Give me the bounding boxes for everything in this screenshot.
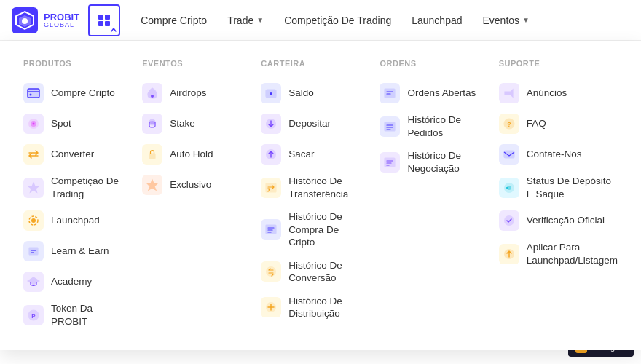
menu-item-4-0[interactable]: Anúncios — [499, 78, 618, 108]
menu-item-label-2-4: Histórico De Compra De Cripto — [288, 210, 362, 249]
menu-item-3-0[interactable]: Ordens Abertas — [380, 78, 481, 108]
menu-item-0-5[interactable]: Learn & Earn — [23, 236, 125, 266]
menu-item-label-1-1: Stake — [170, 117, 195, 130]
menu-item-label-0-5: Learn & Earn — [51, 245, 109, 258]
menu-item-0-1[interactable]: Spot — [23, 108, 125, 139]
menu-item-icon-1-0 — [142, 83, 162, 103]
menu-item-icon-3-2 — [380, 152, 400, 173]
menu-column-title-0: Produtos — [23, 59, 125, 68]
menu-item-label-0-2: Converter — [51, 148, 94, 161]
menu-item-label-4-4: Verificação Oficial — [527, 214, 605, 227]
menu-item-2-4[interactable]: Histórico De Compra De Cripto — [261, 205, 362, 254]
svg-text:P: P — [31, 313, 36, 320]
nav-competicao[interactable]: Competição De Trading — [275, 9, 400, 32]
menu-item-0-7[interactable]: PToken Da PROBIT — [23, 297, 125, 333]
menu-item-icon-0-6 — [23, 272, 44, 292]
menu-column-3: OrdensOrdens AbertasHistórico De Pedidos… — [380, 59, 481, 333]
menu-item-icon-4-5 — [499, 244, 519, 264]
menu-item-3-2[interactable]: Histórico De Negociação — [380, 144, 481, 180]
nav-eventos[interactable]: Eventos ▼ — [474, 9, 539, 32]
menu-item-icon-4-2 — [499, 144, 519, 165]
menu-item-0-3[interactable]: Competição De Trading — [23, 170, 125, 205]
svg-rect-40 — [504, 151, 514, 158]
menu-column-title-1: Eventos — [142, 59, 243, 68]
menu-item-icon-1-1 — [142, 114, 162, 134]
nav-trade[interactable]: Trade ▼ — [219, 9, 272, 32]
menu-item-2-1[interactable]: Depositar — [261, 108, 362, 139]
logo[interactable]: PROBIT GLOBAL — [12, 7, 79, 33]
menu-item-1-0[interactable]: Airdrops — [142, 78, 243, 108]
menu-item-icon-2-1 — [261, 114, 281, 134]
menu-item-label-2-3: Histórico De Transferência — [288, 175, 348, 200]
menu-item-2-6[interactable]: Histórico De Distribuição — [261, 290, 362, 325]
svg-rect-17 — [29, 248, 38, 255]
svg-text:?: ? — [507, 121, 511, 128]
chevron-up-icon — [110, 26, 117, 33]
svg-point-3 — [22, 18, 28, 24]
menu-item-label-4-2: Contate-Nos — [527, 148, 582, 161]
menu-item-icon-2-4 — [261, 219, 281, 240]
menu-item-icon-2-3 — [261, 178, 281, 198]
menu-item-icon-4-0 — [499, 83, 519, 103]
menu-item-icon-0-1 — [23, 114, 44, 134]
menu-item-label-1-3: Exclusivo — [170, 178, 211, 191]
menu-item-icon-2-6 — [261, 297, 281, 317]
menu-item-1-1[interactable]: Stake — [142, 108, 243, 139]
apps-grid-button[interactable] — [88, 4, 120, 36]
menu-item-0-0[interactable]: Compre Cripto — [23, 78, 125, 108]
menu-item-label-3-1: Histórico De Pedidos — [407, 114, 461, 139]
menu-item-0-6[interactable]: Academy — [23, 266, 125, 297]
nav-launchpad[interactable]: Launchpad — [403, 9, 471, 32]
menu-item-icon-0-2 — [23, 144, 44, 165]
menu-item-icon-3-1 — [380, 116, 400, 137]
svg-point-14 — [33, 123, 35, 125]
menu-item-icon-0-3 — [23, 178, 44, 198]
menu-item-2-5[interactable]: Histórico De Conversão — [261, 254, 362, 290]
menu-item-icon-0-0 — [23, 83, 44, 103]
nav-compre-cripto[interactable]: Compre Cripto — [132, 9, 216, 32]
menu-item-4-3[interactable]: Status De Depósito E Saque — [499, 170, 618, 205]
svg-rect-31 — [266, 183, 276, 192]
svg-point-43 — [506, 187, 508, 189]
menu-item-label-2-6: Histórico De Distribuição — [288, 295, 342, 320]
svg-rect-8 — [28, 89, 39, 98]
menu-item-2-2[interactable]: Sacar — [261, 139, 362, 170]
mega-menu: ProdutosCompre CriptoSpotConverterCompet… — [0, 41, 641, 350]
logo-probit: PROBIT — [44, 12, 79, 22]
menu-item-icon-1-3 — [142, 175, 162, 195]
menu-item-2-3[interactable]: Histórico De Transferência — [261, 170, 362, 205]
trade-chevron-icon: ▼ — [256, 16, 264, 24]
svg-point-33 — [266, 266, 276, 277]
menu-item-icon-4-4 — [499, 210, 519, 231]
menu-item-2-0[interactable]: Saldo — [261, 78, 362, 108]
menu-item-label-3-2: Histórico De Negociação — [407, 149, 461, 175]
svg-marker-20 — [28, 277, 39, 285]
menu-item-0-2[interactable]: Converter — [23, 139, 125, 170]
menu-item-label-4-1: FAQ — [527, 117, 546, 130]
svg-point-28 — [270, 92, 272, 95]
menu-item-4-4[interactable]: Verificação Oficial — [499, 205, 618, 236]
menu-item-label-4-5: Aplicar Para Launchpad/Listagem — [527, 241, 618, 266]
menu-item-1-2[interactable]: Auto Hold — [142, 139, 243, 170]
menu-column-0: ProdutosCompre CriptoSpotConverterCompet… — [23, 59, 125, 333]
menu-item-3-1[interactable]: Histórico De Pedidos — [380, 108, 481, 144]
menu-item-label-0-6: Academy — [51, 275, 92, 288]
grid-icon — [97, 13, 111, 28]
menu-item-label-4-3: Status De Depósito E Saque — [527, 175, 611, 200]
menu-item-4-5[interactable]: Aplicar Para Launchpad/Listagem — [499, 236, 618, 272]
menu-item-label-0-7: Token Da PROBIT — [51, 302, 125, 328]
menu-item-4-2[interactable]: Contate-Nos — [499, 139, 618, 170]
menu-item-label-1-2: Auto Hold — [170, 148, 213, 161]
menu-item-label-0-0: Compre Cripto — [51, 87, 115, 100]
menu-item-icon-2-5 — [261, 261, 281, 282]
menu-item-label-4-0: Anúncios — [527, 87, 567, 100]
menu-item-1-3[interactable]: Exclusivo — [142, 170, 243, 200]
logo-text: PROBIT GLOBAL — [44, 12, 79, 28]
menu-item-4-1[interactable]: ?FAQ — [499, 108, 618, 139]
menu-item-icon-0-5 — [23, 241, 44, 261]
svg-rect-5 — [105, 15, 110, 20]
menu-item-label-0-1: Spot — [51, 117, 71, 130]
probit-logo-icon — [12, 7, 38, 33]
menu-item-0-4[interactable]: Launchpad — [23, 205, 125, 236]
menu-column-title-2: Carteira — [261, 59, 362, 68]
